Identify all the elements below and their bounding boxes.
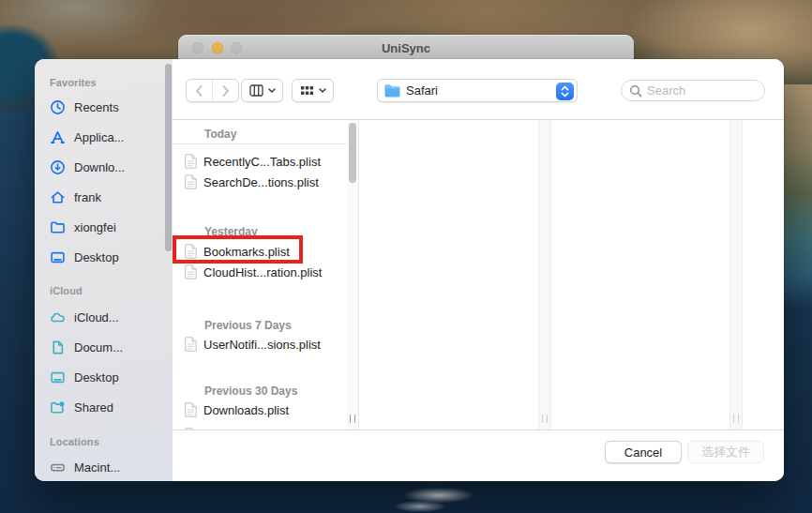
- dialog-footer: Cancel 选择文件: [173, 430, 784, 481]
- hard-drive-icon: [49, 459, 66, 475]
- sidebar-item-label: Desktop: [74, 370, 119, 385]
- back-button[interactable]: [187, 80, 212, 101]
- search-input[interactable]: Search: [621, 80, 765, 101]
- divider: [173, 143, 347, 144]
- path-popup-button[interactable]: Safari: [377, 79, 578, 102]
- plist-file-icon: [185, 174, 197, 189]
- choose-file-button[interactable]: 选择文件: [687, 441, 764, 463]
- sidebar-item-desktop[interactable]: Desktop: [43, 247, 167, 267]
- sidebar-item-downloads[interactable]: Downlo...: [43, 157, 167, 177]
- plist-file-icon: [185, 337, 197, 352]
- sidebar-section-locations: Locations: [50, 436, 99, 447]
- sidebar-item-icloud-drive[interactable]: iCloud...: [43, 307, 167, 327]
- forward-button[interactable]: [212, 80, 238, 101]
- browser-column-2: [359, 120, 538, 430]
- view-mode-button[interactable]: [241, 79, 283, 102]
- search-placeholder: Search: [647, 83, 685, 98]
- sidebar-item-label: Macint...: [74, 460, 120, 475]
- sidebar-item-xiongfei[interactable]: xiongfei: [43, 217, 167, 237]
- plist-file-icon: [185, 154, 197, 169]
- sidebar-item-recents[interactable]: Recents: [43, 97, 167, 117]
- desktop-icon: [49, 369, 66, 385]
- open-file-dialog: Favorites Recents Applica... Downlo...: [35, 59, 784, 481]
- list-item[interactable]: UserNotifi...sions.plist: [173, 334, 347, 355]
- column-resize-handle[interactable]: [733, 415, 739, 423]
- app-store-icon: [49, 128, 66, 145]
- file-list-column: Today RecentlyC...Tabs.plist SearchDe...…: [173, 120, 347, 430]
- sidebar-item-label: Recents: [74, 100, 119, 114]
- nav-segmented-control: [186, 79, 239, 102]
- sidebar-item-documents[interactable]: Docum...: [43, 337, 167, 357]
- window-title: UniSync: [178, 41, 634, 55]
- download-icon: [49, 158, 66, 175]
- annotation-highlight-box: [173, 235, 303, 264]
- file-name: Downloads.plist: [203, 403, 289, 417]
- sidebar-item-label: xiongfei: [74, 220, 116, 234]
- sidebar-item-label: Applica...: [74, 130, 124, 144]
- sidebar-item-icloud-desktop[interactable]: Desktop: [43, 367, 167, 387]
- sidebar-item-macintosh-hd[interactable]: Macint...: [43, 457, 167, 477]
- sidebar-item-label: iCloud...: [74, 310, 119, 324]
- sidebar-scrollbar[interactable]: [165, 64, 172, 251]
- browser-column-4: [743, 120, 784, 430]
- plist-file-icon: [185, 428, 197, 430]
- shared-folder-icon: [49, 399, 66, 415]
- group-header-previous-30-days: Previous 30 Days: [173, 385, 347, 398]
- cloud-icon: [49, 309, 66, 325]
- file-name: SearchDe...tions.plist: [203, 175, 319, 189]
- list-item[interactable]: RecentlyC...Tabs.plist: [173, 151, 347, 172]
- column-scrollbar-gutter: [347, 120, 359, 430]
- file-name: RecentlyC...Tabs.plist: [203, 155, 321, 169]
- sidebar-item-label: frank: [74, 190, 101, 204]
- document-icon: [49, 339, 66, 355]
- group-grid-icon: [300, 84, 314, 97]
- chevron-down-icon: [268, 88, 276, 93]
- sidebar-section-favorites: Favorites: [50, 77, 97, 88]
- column-resize-handle[interactable]: [542, 415, 548, 423]
- file-name: CloudHist...ration.plist: [203, 265, 322, 279]
- desktop: UniSync Favorites Recents Applica...: [0, 0, 812, 513]
- sidebar-item-shared[interactable]: Shared: [43, 397, 167, 417]
- sidebar-item-applications[interactable]: Applica...: [43, 127, 167, 147]
- desktop-icon: [49, 249, 66, 265]
- chevron-down-icon: [319, 88, 326, 93]
- search-icon: [629, 84, 642, 98]
- chevron-right-icon: [221, 85, 230, 97]
- file-browser: Today RecentlyC...Tabs.plist SearchDe...…: [173, 119, 784, 430]
- list-item-partial[interactable]: [173, 425, 347, 430]
- column-scrollbar[interactable]: [349, 123, 356, 183]
- sidebar-item-home[interactable]: frank: [43, 187, 167, 207]
- group-header-previous-7-days: Previous 7 Days: [173, 319, 347, 332]
- home-icon: [49, 189, 66, 205]
- chevron-left-icon: [195, 85, 203, 97]
- sidebar: Favorites Recents Applica... Downlo...: [35, 59, 173, 481]
- folder-icon: [384, 84, 400, 98]
- list-item[interactable]: CloudHist...ration.plist: [173, 262, 347, 282]
- group-by-button[interactable]: [292, 79, 334, 102]
- sidebar-item-label: Docum...: [74, 340, 123, 355]
- dialog-toolbar: Safari Search: [173, 59, 784, 119]
- popup-stepper-icon: [556, 83, 574, 100]
- columns-view-icon: [249, 84, 263, 97]
- path-popup-label: Safari: [406, 83, 438, 98]
- column-scrollbar-gutter: [729, 120, 743, 430]
- list-item[interactable]: Downloads.plist: [173, 400, 347, 420]
- plist-file-icon: [185, 402, 197, 417]
- wallpaper-right-cliff: [780, 84, 812, 309]
- cancel-button[interactable]: Cancel: [605, 441, 682, 463]
- folder-icon: [49, 219, 66, 235]
- column-scrollbar-gutter: [538, 120, 551, 430]
- browser-column-3: [551, 120, 729, 430]
- sidebar-item-label: Desktop: [74, 250, 119, 264]
- plist-file-icon: [185, 264, 197, 279]
- file-name: UserNotifi...sions.plist: [203, 338, 321, 352]
- list-item[interactable]: SearchDe...tions.plist: [173, 172, 347, 192]
- sidebar-item-label: Downlo...: [74, 160, 125, 174]
- clock-icon: [49, 98, 66, 115]
- column-resize-handle[interactable]: [350, 415, 355, 423]
- sidebar-item-label: Shared: [74, 400, 113, 415]
- sidebar-section-icloud: iCloud: [50, 285, 83, 296]
- dialog-main: Safari Search Today Recent: [173, 59, 784, 481]
- group-header-today: Today: [173, 128, 347, 141]
